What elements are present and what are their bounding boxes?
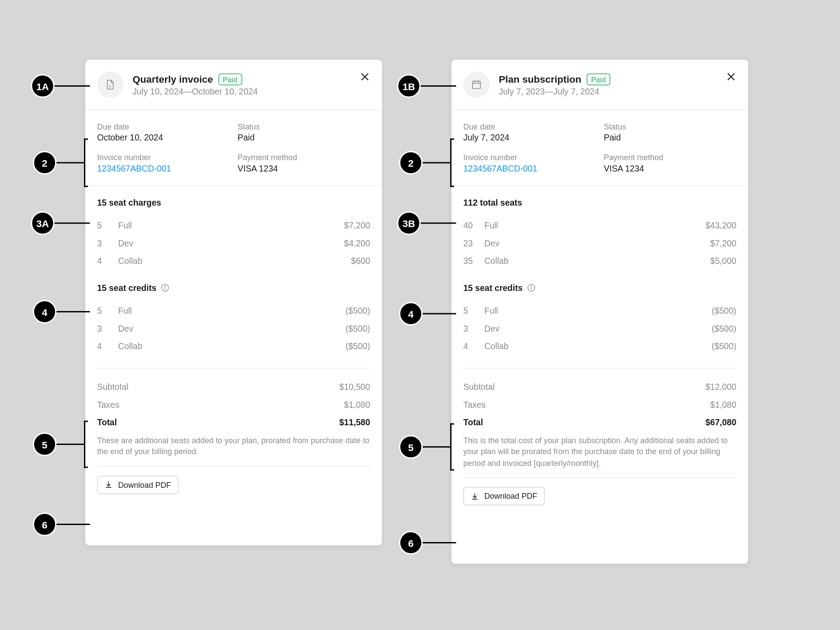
invoice-number-link[interactable]: 1234567ABCD-001 — [463, 164, 596, 174]
callout-line — [423, 162, 452, 164]
line-name: Collab — [484, 256, 508, 266]
callout-dot: 5 — [33, 433, 56, 456]
calendar-icon — [463, 72, 490, 98]
callout-dot: 1B — [397, 74, 421, 98]
totals-section: Subtotal $12,000 Taxes $1,080 Total $67,… — [463, 368, 736, 469]
meta-section: Due date July 7, 2024 Status Paid Invoic… — [452, 110, 748, 186]
line-item: 3Dev ($500) — [97, 320, 370, 338]
footer-section: Download PDF — [97, 466, 370, 506]
subtotal-label: Subtotal — [463, 382, 495, 392]
line-value: ($500) — [712, 341, 736, 351]
invoice-card-quarterly: $ Quarterly invoice Paid July 10, 2024—O… — [85, 60, 382, 546]
footer-section: Download PDF — [463, 477, 736, 518]
card-title: Plan subscription — [499, 74, 581, 85]
meta-invoice-number: Invoice number 1234567ABCD-001 — [97, 153, 230, 174]
line-name: Dev — [118, 324, 133, 334]
callout-5-right: 5 — [399, 424, 454, 471]
callout-4-right: 4 — [399, 302, 456, 326]
seat-charges-list: 5Full $7,200 3Dev $4,200 4Collab $600 — [97, 217, 370, 270]
meta-label: Status — [604, 122, 736, 131]
svg-text:$: $ — [109, 84, 112, 88]
helper-text: This is the total cost of your plan subs… — [463, 435, 736, 469]
meta-due-date: Due date October 10, 2024 — [97, 122, 230, 143]
callout-6-left: 6 — [33, 513, 90, 536]
taxes-value: $1,080 — [710, 400, 736, 410]
seat-credits-title: 15 seat credits — [97, 283, 370, 293]
line-qty: 4 — [463, 341, 478, 351]
meta-value: Paid — [604, 133, 736, 143]
callout-2-right: 2 — [399, 139, 454, 187]
info-icon[interactable] — [161, 283, 170, 292]
line-item: 3Dev $4,200 — [97, 234, 370, 252]
line-item: 5Full ($500) — [97, 302, 370, 320]
close-button[interactable] — [357, 69, 373, 85]
callout-dot: 4 — [399, 302, 423, 326]
close-button[interactable] — [723, 69, 739, 85]
close-icon — [727, 72, 736, 81]
meta-label: Invoice number — [97, 153, 230, 162]
line-item: 35Collab $5,000 — [463, 252, 736, 270]
line-qty: 40 — [463, 220, 478, 231]
svg-rect-4 — [472, 81, 480, 89]
section-title-text: 15 seat charges — [97, 198, 161, 208]
invoice-file-icon: $ — [97, 72, 123, 98]
date-range: July 10, 2024—October 10, 2024 — [133, 86, 258, 96]
line-item: 5Full $7,200 — [97, 217, 370, 234]
callout-3a: 3A — [31, 211, 90, 235]
download-pdf-button[interactable]: Download PDF — [463, 487, 545, 505]
line-name: Full — [118, 306, 132, 316]
taxes-row: Taxes $1,080 — [463, 396, 736, 414]
line-name: Dev — [118, 238, 133, 248]
callout-dot: 1A — [31, 74, 55, 98]
callout-dot: 5 — [399, 435, 423, 459]
callout-dot: 2 — [33, 151, 56, 175]
line-value: $600 — [351, 256, 370, 266]
info-icon[interactable] — [527, 283, 536, 292]
invoice-number-link[interactable]: 1234567ABCD-001 — [97, 164, 230, 174]
subtotal-row: Subtotal $10,500 — [97, 378, 370, 396]
line-qty: 5 — [97, 306, 112, 316]
svg-point-10 — [531, 286, 531, 286]
line-item: 3Dev ($500) — [463, 320, 736, 338]
line-value: ($500) — [346, 306, 370, 316]
line-name: Collab — [118, 256, 142, 266]
line-qty: 3 — [97, 324, 112, 334]
line-name: Full — [484, 220, 498, 231]
meta-label: Status — [238, 122, 370, 131]
line-item: 23Dev $7,200 — [463, 234, 736, 252]
meta-value: Paid — [238, 133, 370, 143]
line-value: $4,200 — [344, 238, 370, 248]
line-value: $7,200 — [710, 238, 736, 248]
line-name: Dev — [484, 238, 500, 248]
meta-status: Status Paid — [238, 122, 370, 143]
callout-5-left: 5 — [33, 421, 88, 468]
meta-section: Due date October 10, 2024 Status Paid In… — [85, 110, 382, 186]
callout-line — [421, 85, 456, 87]
seat-credits-list: 5Full ($500) 3Dev ($500) 4Collab ($500) — [97, 302, 370, 355]
seat-credits-list: 5Full ($500) 3Dev ($500) 4Collab ($500) — [463, 302, 736, 355]
subtotal-value: $10,500 — [340, 382, 371, 392]
callout-4-left: 4 — [33, 300, 90, 324]
meta-label: Payment method — [238, 153, 370, 162]
seat-charges-list: 40Full $43,200 23Dev $7,200 35Collab $5,… — [463, 217, 736, 270]
meta-status: Status Paid — [604, 122, 736, 143]
line-qty: 4 — [97, 341, 112, 351]
callout-line — [421, 223, 456, 224]
line-item: 4Collab ($500) — [463, 337, 736, 355]
meta-label: Due date — [97, 122, 230, 131]
callout-line — [56, 444, 85, 445]
total-value: $11,580 — [340, 417, 371, 427]
meta-value: VISA 1234 — [604, 164, 736, 174]
line-name: Collab — [118, 341, 142, 351]
section-title-text: 15 seat credits — [97, 283, 157, 293]
total-seats-title: 112 total seats — [463, 198, 736, 208]
line-qty: 3 — [97, 238, 112, 248]
taxes-label: Taxes — [463, 400, 486, 410]
totals-section: Subtotal $10,500 Taxes $1,080 Total $11,… — [97, 368, 370, 458]
line-item: 5Full ($500) — [463, 302, 736, 320]
line-qty: 3 — [463, 324, 478, 334]
meta-value: VISA 1234 — [238, 164, 370, 174]
line-name: Dev — [484, 324, 500, 334]
download-pdf-button[interactable]: Download PDF — [97, 476, 178, 494]
meta-label: Payment method — [604, 153, 736, 162]
